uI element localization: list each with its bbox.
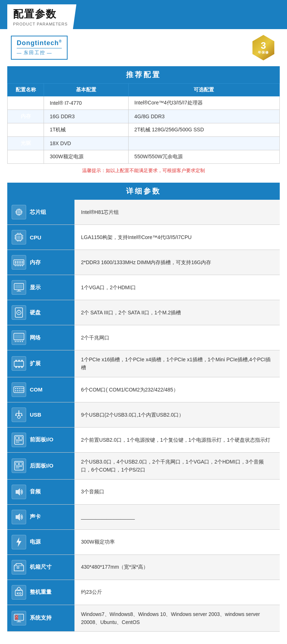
svg-marker-87	[16, 513, 20, 521]
detail-value: 2个USB3.0口，4个USB2.0口，2个千兆网口，1个VGA口，2个HDMI…	[74, 453, 280, 479]
rec-name: 硬盘	[8, 123, 44, 137]
detail-icon	[12, 611, 26, 625]
detail-label-text: CPU	[30, 234, 41, 240]
svg-rect-52	[15, 360, 17, 361]
svg-marker-86	[16, 488, 20, 496]
table-row: 硬盘 1T机械 2T机械 128G/256G/500G SSD	[8, 123, 280, 137]
detail-label: 电源	[7, 530, 74, 554]
detail-label-text: USB	[30, 412, 41, 418]
svg-rect-74	[21, 415, 23, 416]
svg-point-68	[23, 390, 24, 391]
detail-value: Windows7、Windows8、Windows 10、Windows ser…	[74, 605, 280, 632]
svg-rect-11	[17, 235, 21, 239]
detail-icon	[12, 535, 26, 549]
detail-label-text: 整机重量	[30, 589, 52, 596]
detail-label: 芯片组	[7, 200, 74, 224]
rec-optional	[128, 137, 279, 150]
rec-basic: 18X DVD	[44, 137, 129, 150]
list-item: 硬盘 2个 SATA III口，2个 SATA II口，1个M.2插槽	[7, 300, 280, 325]
detail-value: 2*DDR3 1600/1333MHz DIMM内存插槽，可支持16G内存	[74, 250, 280, 275]
detail-label-text: 前面板I/O	[30, 436, 53, 443]
recommended-section: 推荐配置 配置名称 基本配置 可选配置 CPU Intel® I7-4770 I…	[0, 66, 287, 175]
table-row: CPU Intel® I7-4770 Intel®Core™4代I3/I5/I7…	[8, 96, 280, 110]
svg-text:KG: KG	[17, 592, 22, 595]
detail-value: 1个PCIe x16插槽，1个PCIe x4插槽，1个PCIe x1插槽，1个M…	[74, 350, 280, 377]
list-item: 机箱尺寸 430*480*177mm（宽*深*高）	[7, 555, 280, 580]
rec-name: 电源	[8, 150, 44, 164]
detail-icon	[12, 330, 26, 345]
rec-optional: 2T机械 128G/256G/500G SSD	[128, 123, 279, 137]
detail-label-text: 声卡	[30, 513, 41, 520]
rec-name: CPU	[8, 96, 44, 110]
table-row: 电源 300W额定电源 550W/550W冗余电源	[8, 150, 280, 164]
detail-value: 300W额定功率	[74, 530, 280, 554]
detail-icon	[12, 230, 26, 245]
svg-rect-27	[19, 261, 20, 264]
detail-label-text: 显示	[30, 284, 41, 291]
detail-label: 扩展	[7, 350, 74, 377]
table-row: 光驱 18X DVD	[8, 137, 280, 150]
tip-text: 温馨提示：如以上配置不能满足要求，可根据客户要求定制	[7, 164, 280, 175]
detail-label-text: 音频	[30, 488, 41, 495]
svg-rect-77	[16, 437, 19, 440]
detail-icon	[12, 408, 26, 422]
detail-label-text: 系统支持	[30, 615, 52, 621]
svg-point-60	[17, 388, 18, 389]
svg-point-59	[15, 388, 16, 389]
svg-rect-78	[19, 437, 22, 440]
rec-name: 光驱	[8, 137, 44, 150]
svg-point-64	[15, 390, 16, 391]
svg-rect-29	[22, 261, 23, 264]
svg-rect-56	[18, 366, 20, 368]
logo: Dongtintech® — 东田工控 —	[11, 36, 68, 60]
detail-value: LGA1150构架，支持Intel®Core™4代I3/I5/I7CPU	[74, 225, 280, 250]
rec-name: 内存	[8, 110, 44, 123]
detail-value: 430*480*177mm（宽*深*高）	[74, 555, 280, 580]
detail-label-text: 电源	[30, 538, 41, 545]
rec-basic: 300W额定电源	[44, 150, 129, 164]
detail-value: ___________________	[74, 505, 280, 529]
rec-basic: Intel® I7-4770	[44, 96, 129, 110]
svg-point-41	[18, 312, 20, 313]
svg-rect-79	[16, 440, 22, 441]
detail-icon	[12, 510, 26, 524]
detail-table: 芯片组 Intel®H81芯片组 CPU LGA1150构架，支持Intel®C…	[7, 200, 280, 632]
detail-label-text: 内存	[30, 259, 41, 266]
svg-rect-28	[20, 261, 21, 264]
list-item: USB 9个USB口(2个USB3.0口,1个内置USB2.0口）	[7, 402, 280, 428]
detail-label: 网络	[7, 325, 74, 350]
list-item: 前面板I/O 2个前置USB2.0口，1个电源按键，1个复位键，1个电源指示灯，…	[7, 428, 280, 453]
detail-label-text: COM	[30, 386, 43, 393]
svg-rect-54	[21, 360, 23, 361]
page-title-en: PRODUCT PARAMETERS	[13, 22, 68, 26]
rec-optional: 4G/8G DDR3	[128, 110, 279, 123]
list-item: 内存 2*DDR3 1600/1333MHz DIMM内存插槽，可支持16G内存	[7, 250, 280, 275]
svg-rect-82	[16, 462, 19, 465]
detail-label: CPU	[7, 225, 74, 250]
svg-point-66	[19, 390, 20, 391]
svg-rect-1	[17, 211, 20, 214]
rec-basic: 1T机械	[44, 123, 129, 137]
svg-point-62	[21, 388, 22, 389]
detail-section: 详细参数 芯片组 Intel®H81芯片组 CPU LGA1150构架，支持In…	[0, 183, 287, 632]
list-item: CPU LGA1150构架，支持Intel®Core™4代I3/I5/I7CPU	[7, 225, 280, 250]
detail-icon	[12, 458, 26, 473]
detail-icon: KG	[12, 585, 26, 600]
detail-value: 6个COM口( COM1/COM2为232/422/485）	[74, 377, 280, 402]
detail-value: 2个千兆网口	[74, 325, 280, 350]
svg-rect-44	[15, 334, 23, 339]
logo-name-top: Dongtintech®	[17, 39, 62, 47]
rec-optional: Intel®Core™4代I3/I5/I7处理器	[128, 96, 279, 110]
detail-icon	[12, 560, 26, 575]
logo-name-bottom: — 东田工控 —	[17, 48, 62, 56]
svg-rect-80	[16, 442, 19, 442]
title-box: 配置参数 PRODUCT PARAMETERS	[7, 4, 76, 29]
svg-point-94	[17, 587, 20, 590]
detail-title: 详细参数	[7, 183, 280, 200]
list-item: 电源 300W额定功率	[7, 530, 280, 555]
col-header-optional: 可选配置	[128, 84, 279, 96]
svg-point-61	[19, 388, 20, 389]
detail-value: 9个USB口(2个USB3.0口,1个内置USB2.0口）	[74, 402, 280, 427]
list-item: KG 整机重量 约23公斤	[7, 580, 280, 605]
svg-rect-93	[17, 567, 19, 568]
